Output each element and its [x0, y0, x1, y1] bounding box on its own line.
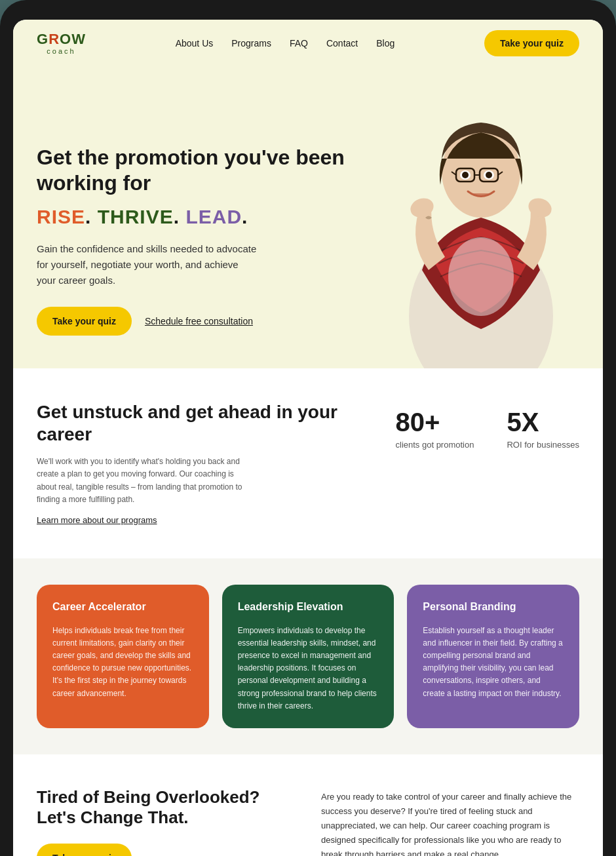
nav-link-blog[interactable]: Blog [376, 38, 395, 49]
hero-primary-button[interactable]: Take your quiz [37, 307, 132, 336]
logo-grow-text: GROW [37, 32, 86, 47]
nav-link-contact[interactable]: Contact [326, 38, 358, 49]
learn-more-button[interactable]: Learn more about our programs [37, 515, 157, 525]
tagline-dot1: . [85, 206, 91, 227]
stat-item-roi: 5X ROI for businesses [507, 408, 579, 450]
stat-label-roi: ROI for businesses [507, 440, 579, 450]
bottom-cta-right: Are you ready to take control of your ca… [321, 787, 579, 856]
logo-coach-text: coach [37, 48, 86, 55]
nav-item-contact[interactable]: Contact [326, 37, 358, 49]
bottom-cta-description: Are you ready to take control of your ca… [321, 790, 579, 856]
tagline-dot2: . [174, 206, 180, 227]
card-personal-branding-description: Establish yourself as a thought leader a… [423, 625, 564, 700]
hero-buttons: Take your quiz Schedule free consultatio… [37, 307, 356, 336]
hero-person-illustration [383, 87, 579, 368]
svg-point-13 [526, 195, 554, 221]
stat-label-clients: clients got promotion [396, 440, 474, 450]
hero-headline: Get the promotion you've been working fo… [37, 145, 356, 195]
nav-link-programs[interactable]: Programs [231, 38, 271, 49]
stats-headline: Get unstuck and get ahead in your career… [37, 401, 370, 526]
stat-item-clients: 80+ clients got promotion [396, 408, 474, 450]
card-career-accelerator-description: Helps individuals break free from their … [52, 625, 193, 700]
tagline-dot3: . [242, 206, 248, 227]
card-personal-branding-title: Personal Branding [423, 600, 564, 614]
bottom-cta-headline: Tired of Being Overlooked? Let's Change … [37, 787, 295, 828]
card-leadership-elevation-description: Empowers individuals to develop the esse… [238, 625, 379, 712]
svg-point-1 [448, 237, 514, 316]
tagline-thrive: THRIVE [91, 206, 173, 227]
bottom-cta-section: Tired of Being Overlooked? Let's Change … [13, 754, 603, 856]
hero-tagline: RISE. THRIVE. LEAD. [37, 206, 356, 228]
tablet-screen: GROW coach About Us Programs FAQ Contact… [13, 20, 603, 856]
hero-image [370, 93, 579, 368]
card-career-accelerator: Career Accelerator Helps individuals bre… [37, 585, 209, 728]
nav-item-about[interactable]: About Us [176, 37, 214, 49]
tagline-rise: RISE [37, 206, 85, 227]
nav-item-programs[interactable]: Programs [231, 37, 271, 49]
nav-item-blog[interactable]: Blog [376, 37, 395, 49]
logo: GROW coach [37, 32, 86, 55]
nav-item-faq[interactable]: FAQ [290, 37, 308, 49]
bottom-cta-button[interactable]: Take your quiz [37, 844, 132, 856]
tablet-frame: GROW coach About Us Programs FAQ Contact… [0, 0, 616, 856]
stats-numbers: 80+ clients got promotion 5X ROI for bus… [396, 401, 580, 450]
stats-section: Get unstuck and get ahead in your career… [13, 368, 603, 558]
svg-point-12 [408, 195, 436, 221]
navbar: GROW coach About Us Programs FAQ Contact… [13, 20, 603, 67]
svg-point-11 [486, 172, 492, 178]
nav-cta-button[interactable]: Take your quiz [484, 30, 579, 56]
nav-links: About Us Programs FAQ Contact Blog [176, 37, 395, 49]
hero-link-button[interactable]: Schedule free consultation [145, 316, 253, 326]
card-personal-branding: Personal Branding Establish yourself as … [407, 585, 579, 728]
bottom-cta-left: Tired of Being Overlooked? Let's Change … [37, 787, 295, 856]
card-leadership-elevation: Leadership Elevation Empowers individual… [222, 585, 395, 728]
stats-heading: Get unstuck and get ahead in your career [37, 401, 370, 445]
cards-section: Career Accelerator Helps individuals bre… [13, 558, 603, 754]
stats-description: We'll work with you to identify what's h… [37, 456, 246, 506]
nav-link-faq[interactable]: FAQ [290, 38, 308, 49]
stat-number-roi: 5X [507, 408, 579, 437]
tagline-lead: LEAD [180, 206, 242, 227]
hero-content: Get the promotion you've been working fo… [37, 145, 356, 368]
card-career-accelerator-title: Career Accelerator [52, 600, 193, 614]
stat-number-clients: 80+ [396, 408, 474, 437]
card-leadership-elevation-title: Leadership Elevation [238, 600, 379, 614]
hero-description: Gain the confidence and skills needed to… [37, 241, 260, 288]
nav-link-about[interactable]: About Us [176, 38, 214, 49]
hero-section: Get the promotion you've been working fo… [13, 67, 603, 368]
svg-point-10 [462, 172, 469, 178]
